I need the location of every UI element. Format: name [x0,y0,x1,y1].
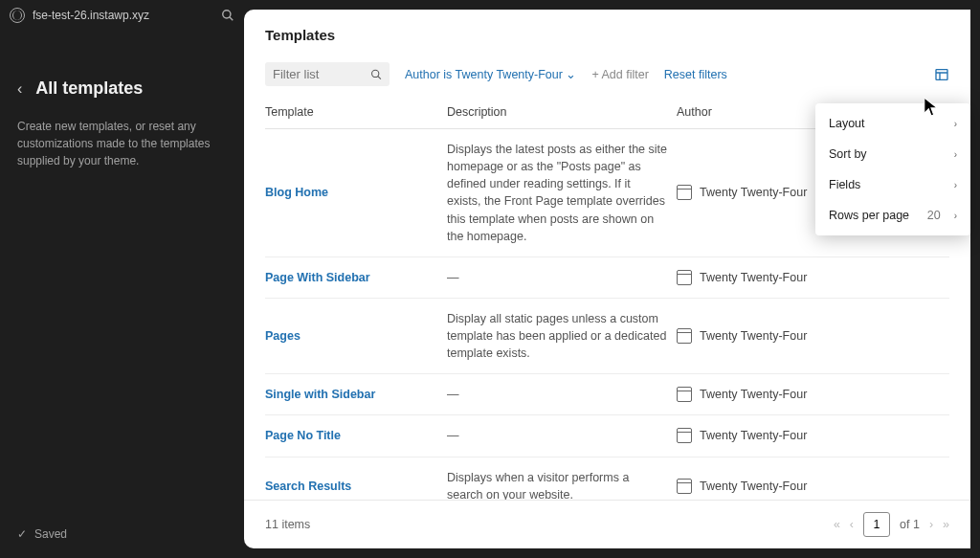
template-name-link[interactable]: Search Results [265,480,447,493]
svg-point-1 [371,70,378,77]
template-description: Displays when a visitor performs a searc… [447,469,677,501]
add-filter-button[interactable]: + Add filter [591,68,648,81]
chevron-right-icon: › [954,119,957,129]
filter-input[interactable] [265,62,390,86]
sidebar-description: Create new templates, or reset any custo… [17,118,227,169]
check-icon: ✓ [17,527,27,541]
theme-icon [677,479,692,494]
theme-icon [677,185,692,200]
page-of-label: of 1 [900,518,920,531]
table-row[interactable]: Page No Title—Twenty Twenty-Four [265,415,949,457]
menu-item-layout[interactable]: Layout› [815,108,970,139]
chevron-down-icon: ⌄ [566,68,576,81]
next-page-button[interactable]: › [929,518,933,531]
theme-icon [677,270,692,285]
first-page-button[interactable]: « [834,518,840,531]
page-input[interactable] [863,512,890,537]
theme-icon [677,387,692,402]
wordpress-logo-icon[interactable] [10,8,25,23]
template-name-link[interactable]: Single with Sidebar [265,388,447,401]
sidebar-title: All templates [35,78,143,99]
saved-label: Saved [34,527,67,541]
svg-rect-2 [936,69,947,79]
pagination: « ‹ of 1 › » [834,512,949,537]
template-author: Twenty Twenty-Four [677,328,949,344]
filter-text-field[interactable] [273,67,370,81]
last-page-button[interactable]: » [943,518,949,531]
chevron-right-icon: › [954,149,957,160]
menu-item-rows-per-page[interactable]: Rows per page 20› [815,200,970,231]
menu-item-fields[interactable]: Fields› [815,169,970,200]
site-name[interactable]: fse-test-26.instawp.xyz [33,9,149,22]
admin-topbar: fse-test-26.instawp.xyz [0,0,244,31]
settings-icon [934,67,949,82]
menu-item-sort-by[interactable]: Sort by› [815,139,970,169]
back-chevron-icon[interactable]: ‹ [17,80,22,98]
template-name-link[interactable]: Blog Home [265,186,447,199]
chevron-right-icon: › [954,211,957,221]
item-count: 11 items [265,518,310,531]
view-options-button[interactable] [934,67,949,82]
template-author: Twenty Twenty-Four [677,270,949,285]
chevron-right-icon: › [954,180,957,190]
prev-page-button[interactable]: ‹ [850,518,854,531]
template-name-link[interactable]: Pages [265,329,447,343]
search-icon[interactable] [221,9,234,22]
table-row[interactable]: PagesDisplay all static pages unless a c… [265,299,949,374]
template-name-link[interactable]: Page No Title [265,429,447,442]
saved-status: ✓ Saved [17,527,67,541]
template-description: — [447,427,677,444]
template-author: Twenty Twenty-Four [677,428,949,443]
table-row[interactable]: Search ResultsDisplays when a visitor pe… [265,458,949,501]
table-row[interactable]: Page With Sidebar—Twenty Twenty-Four [265,257,949,299]
table-footer: 11 items « ‹ of 1 › » [244,500,970,548]
column-template[interactable]: Template [265,105,447,119]
toolbar: Author is Twenty Twenty-Four ⌄ + Add fil… [244,56,970,96]
sidebar: ‹ All templates Create new templates, or… [0,31,244,558]
svg-point-0 [223,11,231,18]
template-description: Display all static pages unless a custom… [447,310,677,362]
template-description: Displays the latest posts as either the … [447,141,677,245]
template-description: — [447,386,677,403]
template-name-link[interactable]: Page With Sidebar [265,271,447,284]
theme-icon [677,328,692,344]
main-panel: Templates Author is Twenty Twenty-Four ⌄… [244,10,970,548]
column-description[interactable]: Description [447,105,677,119]
template-description: — [447,269,677,286]
search-icon [370,68,382,81]
template-author: Twenty Twenty-Four [677,387,949,402]
reset-filters-button[interactable]: Reset filters [664,68,727,81]
page-title: Templates [244,10,970,56]
template-author: Twenty Twenty-Four [677,479,949,494]
view-options-menu: Layout› Sort by› Fields› Rows per page 2… [815,103,970,235]
table-row[interactable]: Single with Sidebar—Twenty Twenty-Four [265,374,949,415]
theme-icon [677,428,692,443]
active-filter-chip[interactable]: Author is Twenty Twenty-Four ⌄ [405,67,576,81]
